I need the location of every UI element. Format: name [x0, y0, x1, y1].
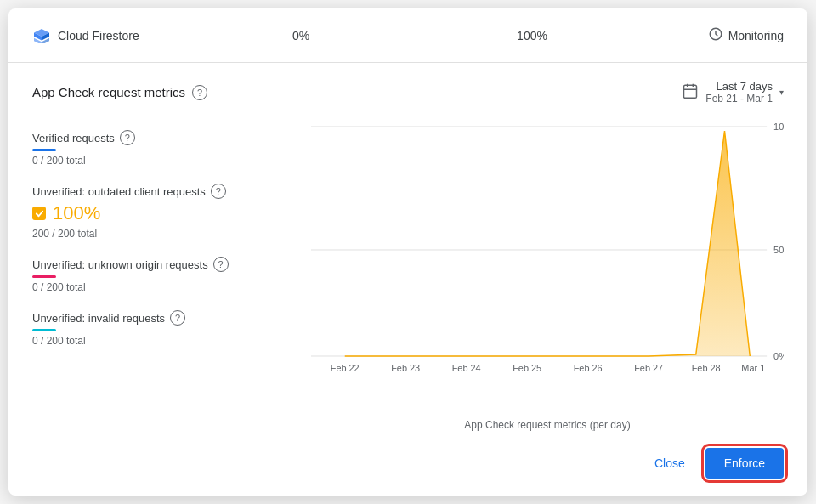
firestore-icon — [32, 28, 51, 43]
legend: Verified requests ? 0 / 200 total Unveri… — [32, 118, 304, 434]
svg-text:Feb 27: Feb 27 — [634, 363, 663, 373]
svg-text:Feb 24: Feb 24 — [452, 363, 481, 373]
invalid-label: Unverified: invalid requests — [32, 312, 165, 325]
chevron-down-icon: ▾ — [779, 88, 784, 97]
metrics-header: App Check request metrics ? Last 7 days … — [32, 80, 784, 105]
date-range-picker[interactable]: Last 7 days Feb 21 - Mar 1 ▾ — [682, 80, 784, 105]
service-label: Cloud Firestore — [58, 29, 139, 42]
app-check-dialog: Cloud Firestore 0% 100% Monitoring App C… — [8, 8, 808, 496]
svg-text:Feb 28: Feb 28 — [692, 363, 721, 373]
outdated-checkbox[interactable] — [32, 207, 46, 220]
legend-item-invalid: Unverified: invalid requests ? 0 / 200 t… — [32, 302, 304, 355]
service-info: Cloud Firestore — [32, 28, 185, 43]
svg-text:100%: 100% — [774, 122, 784, 132]
svg-text:Feb 22: Feb 22 — [331, 363, 360, 373]
legend-unknown-title: Unverified: unknown origin requests ? — [32, 257, 304, 272]
legend-item-unknown: Unverified: unknown origin requests ? 0 … — [32, 248, 304, 302]
metrics-title: App Check request metrics — [32, 85, 185, 99]
unknown-help-icon[interactable]: ? — [213, 257, 229, 272]
legend-verified-title: Verified requests ? — [32, 130, 304, 145]
top-bar: Cloud Firestore 0% 100% Monitoring — [8, 8, 808, 63]
enforce-button[interactable]: Enforce — [706, 448, 784, 479]
verified-label: Verified requests — [32, 132, 115, 144]
verified-help-icon[interactable]: ? — [120, 130, 135, 145]
outdated-label: Unverified: outdated client requests — [32, 185, 206, 198]
legend-item-verified: Verified requests ? 0 / 200 total — [32, 122, 304, 175]
outdated-help-icon[interactable]: ? — [211, 184, 226, 199]
unknown-total: 0 / 200 total — [32, 281, 304, 293]
unknown-label: Unverified: unknown origin requests — [32, 258, 208, 271]
monitoring-section: Monitoring — [648, 26, 784, 44]
svg-text:50%: 50% — [774, 245, 784, 255]
date-range-line1: Last 7 days — [706, 80, 773, 93]
main-content: App Check request metrics ? Last 7 days … — [8, 63, 808, 434]
legend-outdated-title: Unverified: outdated client requests ? — [32, 184, 304, 199]
invalid-line — [32, 329, 56, 331]
footer: Close Enforce — [8, 434, 808, 496]
outdated-total: 200 / 200 total — [32, 228, 304, 240]
metrics-help-icon[interactable]: ? — [192, 85, 207, 100]
chart-svg-wrap: 100% 50% 0% — [311, 118, 784, 414]
svg-text:Feb 23: Feb 23 — [391, 363, 420, 373]
legend-item-outdated: Unverified: outdated client requests ? 1… — [32, 175, 304, 248]
verified-total: 0 / 200 total — [32, 155, 304, 167]
verified-line — [32, 149, 56, 151]
clock-icon — [708, 26, 723, 44]
invalid-total: 0 / 200 total — [32, 335, 304, 347]
chart-container: 100% 50% 0% — [304, 118, 784, 434]
date-range-line2: Feb 21 - Mar 1 — [706, 93, 773, 105]
chart-area: Verified requests ? 0 / 200 total Unveri… — [32, 118, 784, 434]
svg-text:Mar 1: Mar 1 — [741, 363, 765, 373]
unknown-line — [32, 275, 56, 278]
svg-rect-1 — [684, 85, 697, 98]
svg-text:Feb 25: Feb 25 — [513, 363, 541, 373]
svg-text:Feb 26: Feb 26 — [574, 363, 603, 373]
svg-text:0%: 0% — [774, 351, 784, 361]
invalid-help-icon[interactable]: ? — [170, 310, 185, 326]
monitoring-label: Monitoring — [728, 29, 784, 42]
close-button[interactable]: Close — [641, 450, 699, 477]
chart-x-label: App Check request metrics (per day) — [311, 414, 784, 434]
outdated-percentage: 100% — [53, 202, 100, 224]
date-range-text: Last 7 days Feb 21 - Mar 1 — [706, 80, 773, 105]
calendar-icon — [682, 82, 699, 102]
percent-0: 0% — [185, 29, 416, 42]
legend-invalid-title: Unverified: invalid requests ? — [32, 310, 304, 326]
metrics-title-row: App Check request metrics ? — [32, 85, 207, 100]
percent-100: 100% — [416, 29, 648, 42]
chart-svg: 100% 50% 0% — [311, 118, 784, 382]
